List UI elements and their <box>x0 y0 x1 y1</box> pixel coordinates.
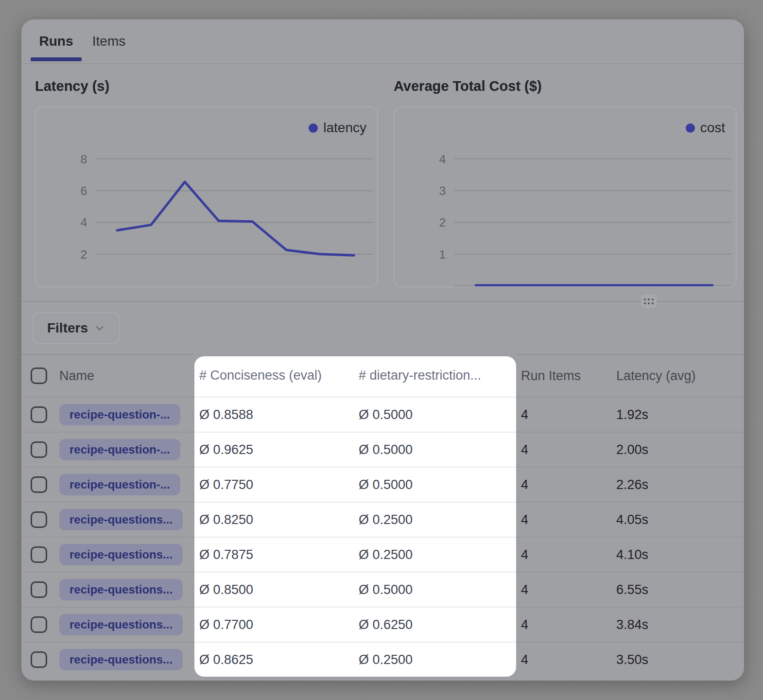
y-tick-label: 4 <box>81 216 87 229</box>
conciseness-cell: Ø 0.9625 <box>194 432 355 467</box>
run-name-badge[interactable]: recipe-questions... <box>59 544 183 565</box>
row-checkbox[interactable] <box>31 406 47 423</box>
name-cell: recipe-questions... <box>21 642 194 677</box>
cost-chart: 1234 <box>395 107 736 286</box>
latency-cell: 3.84s <box>611 607 744 642</box>
tab-runs[interactable]: Runs <box>31 19 82 63</box>
row-checkbox[interactable] <box>31 616 47 633</box>
row-checkbox[interactable] <box>31 441 47 458</box>
run-items-cell: 4 <box>516 642 611 677</box>
y-tick-label: 3 <box>439 184 446 197</box>
dietary-cell: Ø 0.5000 <box>355 432 516 467</box>
run-items-cell: 4 <box>516 502 611 537</box>
header-cell-conciseness: # Conciseness (eval) <box>194 354 355 397</box>
row-checkbox[interactable] <box>31 476 47 493</box>
dietary-cell: Ø 0.2500 <box>355 502 516 537</box>
table-row[interactable]: recipe-questions... Ø 0.8500 Ø 0.5000 4 … <box>21 572 744 607</box>
run-name-badge[interactable]: recipe-questions... <box>59 614 183 635</box>
section-divider <box>21 301 744 302</box>
header-cell-dietary: # dietary-restriction... <box>355 354 516 397</box>
table-row[interactable]: recipe-questions... Ø 0.7700 Ø 0.6250 4 … <box>21 607 744 642</box>
run-items-cell: 4 <box>516 432 611 467</box>
latency-legend-dot-icon <box>309 123 318 133</box>
filters-button-label: Filters <box>47 320 88 336</box>
dietary-cell: Ø 0.2500 <box>355 642 516 677</box>
conciseness-cell: Ø 0.8250 <box>194 502 355 537</box>
conciseness-cell: Ø 0.7875 <box>194 537 355 572</box>
run-items-cell: 4 <box>516 572 611 607</box>
filters-button[interactable]: Filters <box>33 312 120 344</box>
chevron-down-icon <box>94 322 105 334</box>
cost-legend-label: cost <box>700 120 725 136</box>
table-body: recipe-question-... Ø 0.8588 Ø 0.5000 4 … <box>21 397 744 677</box>
run-items-cell: 4 <box>516 537 611 572</box>
run-name-badge[interactable]: recipe-questions... <box>59 579 183 600</box>
latency-cell: 1.92s <box>611 397 744 432</box>
y-tick-label: 1 <box>439 248 446 261</box>
cost-legend: cost <box>686 120 725 136</box>
dietary-cell: Ø 0.5000 <box>355 467 516 502</box>
tab-items[interactable]: Items <box>87 19 130 63</box>
dietary-column-label: # dietary-restriction... <box>359 368 481 383</box>
table-row[interactable]: recipe-question-... Ø 0.7750 Ø 0.5000 4 … <box>21 467 744 502</box>
y-tick-label: 6 <box>81 184 87 197</box>
name-cell: recipe-question-... <box>21 397 194 432</box>
dietary-cell: Ø 0.5000 <box>355 572 516 607</box>
tab-items-label: Items <box>92 34 125 49</box>
tab-runs-label: Runs <box>39 34 73 49</box>
latency-cell: 4.05s <box>611 502 744 537</box>
y-tick-label: 4 <box>439 153 446 166</box>
drag-handle-icon[interactable] <box>641 295 657 308</box>
latency-legend-label: latency <box>323 120 366 136</box>
table-row[interactable]: recipe-questions... Ø 0.7875 Ø 0.2500 4 … <box>21 537 744 572</box>
row-checkbox[interactable] <box>31 511 47 528</box>
y-tick-label: 2 <box>81 248 87 261</box>
header-cell-name: Name <box>21 354 194 397</box>
y-tick-label: 2 <box>439 216 446 229</box>
latency-cell: 6.55s <box>611 572 744 607</box>
run-name-badge[interactable]: recipe-questions... <box>59 649 183 670</box>
select-all-checkbox[interactable] <box>31 368 47 384</box>
run-items-cell: 4 <box>516 467 611 502</box>
conciseness-column-label: # Conciseness (eval) <box>199 368 322 383</box>
name-cell: recipe-question-... <box>21 467 194 502</box>
latency-cell: 3.50s <box>611 642 744 677</box>
latency-cell: 4.10s <box>611 537 744 572</box>
table-row[interactable]: recipe-question-... Ø 0.9625 Ø 0.5000 4 … <box>21 432 744 467</box>
table-header-row: Name # Conciseness (eval) # dietary-rest… <box>21 354 744 397</box>
tab-bar: Runs Items <box>21 19 744 64</box>
latency-legend: latency <box>309 120 366 136</box>
latency-chart-panel: 2468 latency <box>35 106 378 287</box>
runs-table: Name # Conciseness (eval) # dietary-rest… <box>21 354 744 677</box>
latency-chart-title: Latency (s) <box>35 78 109 94</box>
run-items-column-label: Run Items <box>521 368 581 384</box>
row-checkbox[interactable] <box>31 546 47 563</box>
cost-chart-title: Average Total Cost ($) <box>394 78 542 94</box>
table-row[interactable]: recipe-questions... Ø 0.8625 Ø 0.2500 4 … <box>21 642 744 677</box>
run-name-badge[interactable]: recipe-question-... <box>59 439 180 460</box>
run-items-cell: 4 <box>516 397 611 432</box>
table-row[interactable]: recipe-question-... Ø 0.8588 Ø 0.5000 4 … <box>21 397 744 432</box>
row-checkbox[interactable] <box>31 651 47 668</box>
header-cell-run-items: Run Items <box>516 354 611 397</box>
run-name-badge[interactable]: recipe-question-... <box>59 404 180 425</box>
run-name-badge[interactable]: recipe-question-... <box>59 474 180 495</box>
cost-chart-panel: 1234 cost <box>394 106 737 287</box>
page: { "tabs": [ {"label": "Runs", "active": … <box>0 0 763 700</box>
name-cell: recipe-questions... <box>21 607 194 642</box>
y-tick-label: 8 <box>81 153 87 166</box>
dietary-cell: Ø 0.6250 <box>355 607 516 642</box>
run-name-badge[interactable]: recipe-questions... <box>59 509 183 530</box>
conciseness-cell: Ø 0.7750 <box>194 467 355 502</box>
table-row[interactable]: recipe-questions... Ø 0.8250 Ø 0.2500 4 … <box>21 502 744 537</box>
latency-cell: 2.26s <box>611 467 744 502</box>
dietary-cell: Ø 0.2500 <box>355 537 516 572</box>
latency-cell: 2.00s <box>611 432 744 467</box>
row-checkbox[interactable] <box>31 581 47 598</box>
active-tab-underline <box>31 57 82 61</box>
name-cell: recipe-questions... <box>21 572 194 607</box>
conciseness-cell: Ø 0.8625 <box>194 642 355 677</box>
run-items-cell: 4 <box>516 607 611 642</box>
name-column-label: Name <box>59 368 94 384</box>
conciseness-cell: Ø 0.7700 <box>194 607 355 642</box>
